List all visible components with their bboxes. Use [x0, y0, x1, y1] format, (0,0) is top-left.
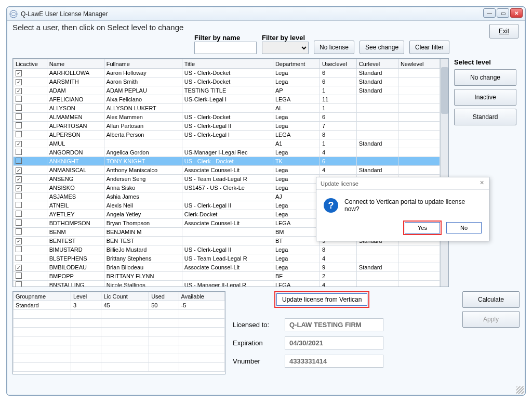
table-row[interactable]: ALPARTOSANAllan PartosanUS - Clerk-Legal… — [14, 122, 440, 131]
calculate-button[interactable]: Calculate — [462, 291, 520, 308]
user-grid[interactable]: LicactiveNameFullnameTitleDepartmentUsec… — [12, 58, 449, 287]
licactive-checkbox[interactable] — [16, 255, 22, 261]
licactive-checkbox[interactable] — [16, 219, 22, 226]
dialog-close-icon[interactable]: ✕ — [477, 179, 486, 188]
app-window: Q-LawE User License Manager — ▭ ✕ Exit S… — [6, 6, 526, 396]
dialog-body-text: Connect to Vertican portal to update lic… — [344, 198, 482, 213]
filter-level-select[interactable] — [262, 42, 309, 54]
instruction-text: Select a user, then click on Select leve… — [12, 23, 520, 32]
table-row[interactable]: ✓AMULA11Standard — [14, 139, 440, 148]
update-license-button[interactable]: Update license from Vertican — [276, 293, 367, 306]
group-column-header[interactable]: Available — [179, 292, 224, 301]
table-row[interactable]: ANGORDONAngelica GordonUS-Manager I-Lega… — [14, 148, 440, 157]
licactive-checkbox[interactable] — [16, 202, 22, 208]
update-button-highlight: Update license from Vertican — [274, 291, 369, 308]
licactive-checkbox[interactable] — [16, 158, 22, 164]
column-header[interactable]: Curlevel — [356, 59, 398, 69]
licactive-checkbox[interactable] — [16, 113, 22, 120]
column-header[interactable]: Fullname — [104, 59, 182, 69]
filter-name-label: Filter by name — [194, 34, 257, 42]
licactive-checkbox[interactable] — [16, 122, 22, 128]
titlebar: Q-LawE User License Manager — ▭ ✕ — [7, 7, 525, 21]
standard-button[interactable]: Standard — [454, 109, 516, 125]
group-column-header[interactable]: Level — [71, 292, 101, 301]
expiration-label: Expiration — [233, 339, 285, 347]
vnumber-label: Vnumber — [233, 357, 285, 365]
no-change-button[interactable]: No change — [454, 69, 516, 86]
dialog-no-button[interactable]: No — [446, 222, 482, 234]
app-icon — [9, 10, 18, 18]
column-header[interactable]: Newlevel — [398, 59, 440, 69]
table-row[interactable]: ✓BMBILODEAUBrian BilodeauAssociate Couns… — [14, 263, 440, 272]
table-row[interactable]: ✓AARHOLLOWAAaron HollowayUS - Clerk-Dock… — [14, 69, 440, 77]
group-grid[interactable]: GroupnameLevelLic CountUsedAvailableStan… — [12, 291, 225, 374]
vertical-scrollbar[interactable] — [440, 59, 448, 287]
licactive-checkbox[interactable] — [16, 96, 22, 102]
filter-name-input[interactable] — [194, 42, 257, 54]
maximize-button[interactable]: ▭ — [497, 8, 509, 18]
licactive-checkbox[interactable] — [16, 273, 22, 279]
licactive-checkbox[interactable] — [16, 211, 22, 217]
licactive-checkbox[interactable] — [16, 193, 22, 199]
licactive-checkbox[interactable] — [16, 228, 22, 235]
table-row[interactable]: BNSTALLINGNicole StallingsUS - Manager I… — [14, 281, 440, 287]
group-row[interactable]: Standard34550-5 — [14, 301, 225, 310]
table-row[interactable]: BLSTEPHENSBrittany StephensUS - Team Lea… — [14, 254, 440, 263]
licactive-checkbox[interactable]: ✓ — [16, 88, 22, 94]
exit-button[interactable]: Exit — [489, 24, 518, 38]
table-row[interactable]: ✓ADAMADAM PEPLAUTESTING TITLEAP1Standard — [14, 86, 440, 95]
licactive-checkbox[interactable] — [16, 105, 22, 111]
see-change-button[interactable]: See change — [360, 41, 404, 54]
close-button[interactable]: ✕ — [510, 8, 523, 18]
table-row[interactable]: ALPERSONAlberta PersonUS - Clerk-Legal I… — [14, 131, 440, 139]
inactive-button[interactable]: Inactive — [454, 89, 516, 106]
licactive-checkbox[interactable]: ✓ — [16, 167, 22, 174]
group-column-header[interactable]: Used — [149, 292, 179, 301]
filter-level-label: Filter by level — [262, 34, 309, 42]
update-license-dialog: Update license ✕ ? Connect to Vertican p… — [316, 177, 489, 241]
licactive-checkbox[interactable]: ✓ — [16, 176, 22, 183]
licactive-checkbox[interactable]: ✓ — [16, 185, 22, 191]
vnumber-value: 4333331414 — [285, 355, 383, 368]
table-row[interactable]: ✓ANMANISCALAnthony ManiscalcoAssociate C… — [14, 166, 440, 175]
licactive-checkbox[interactable] — [16, 246, 22, 252]
dialog-title: Update license — [321, 180, 358, 187]
table-row[interactable]: BMPOPPBRITTANY FLYNNBF2 — [14, 272, 440, 281]
table-row[interactable]: ANKNIGHTTONY KNIGHTUS - Clerk - DocketTK… — [14, 157, 440, 166]
svg-point-0 — [10, 10, 17, 18]
select-level-title: Select level — [454, 58, 516, 66]
window-title: Q-LawE User License Manager — [21, 10, 108, 18]
dialog-yes-button[interactable]: Yes — [405, 222, 440, 234]
column-header[interactable]: Name — [47, 59, 104, 69]
licactive-checkbox[interactable] — [16, 149, 22, 155]
column-header[interactable]: Licactive — [14, 59, 47, 69]
licensed-to-value: Q-LAW TESTING FIRM — [285, 318, 383, 331]
licactive-checkbox[interactable]: ✓ — [16, 70, 22, 76]
table-row[interactable]: ALLYSONALLYSON LUKERTAL1 — [14, 104, 440, 113]
licactive-checkbox[interactable]: ✓ — [16, 141, 22, 147]
question-icon: ? — [324, 198, 338, 213]
table-row[interactable]: BIMUSTARDBillieJo MustardUS - Clerk-Lega… — [14, 245, 440, 254]
clear-filter-button[interactable]: Clear filter — [409, 41, 449, 54]
resize-grip[interactable] — [516, 386, 524, 394]
column-header[interactable]: Title — [182, 59, 273, 69]
licactive-checkbox[interactable]: ✓ — [16, 265, 22, 271]
group-column-header[interactable]: Lic Count — [101, 292, 149, 301]
group-column-header[interactable]: Groupname — [14, 292, 71, 301]
minimize-button[interactable]: — — [483, 8, 496, 18]
table-row[interactable]: ✓AARSMITHAaron SmithUS - Clerk-DocketLeg… — [14, 77, 440, 86]
table-row[interactable]: ALMAMMENAlex MammenUS - Clerk-DocketLega… — [14, 113, 440, 122]
table-row[interactable]: AFELICIANOAixa FelicianoUS-Clerk-Legal I… — [14, 95, 440, 104]
licactive-checkbox[interactable] — [16, 281, 22, 287]
column-header[interactable]: Department — [273, 59, 320, 69]
licensed-to-label: Licensed to: — [233, 321, 285, 329]
licactive-checkbox[interactable] — [16, 131, 22, 137]
column-header[interactable]: Useclevel — [320, 59, 356, 69]
licactive-checkbox[interactable]: ✓ — [16, 238, 22, 244]
apply-button[interactable]: Apply — [462, 311, 520, 328]
expiration-value: 04/30/2021 — [285, 336, 383, 349]
no-license-button[interactable]: No license — [314, 41, 354, 54]
licactive-checkbox[interactable]: ✓ — [16, 79, 22, 85]
